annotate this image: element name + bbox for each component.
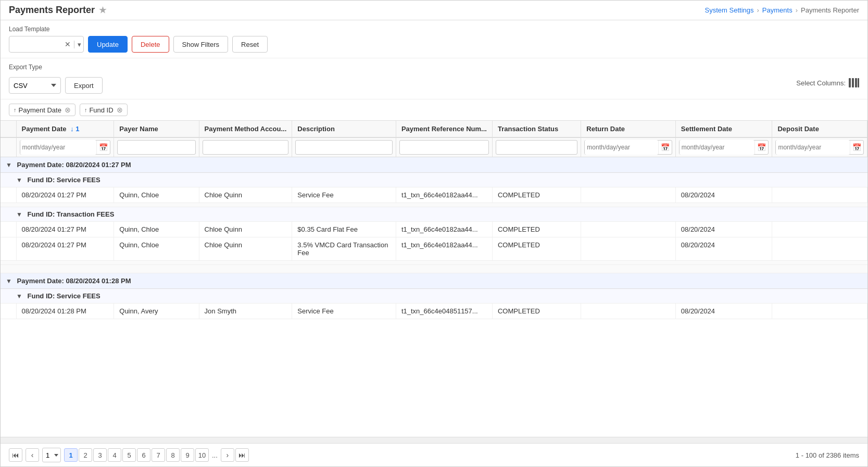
page-number-5[interactable]: 5 [122,448,136,462]
page-number-10[interactable]: 10 [195,448,209,462]
th-return-date[interactable]: Return Date [581,121,676,137]
subgroup-row-1-2[interactable]: ▼ Fund ID: Transaction FEES [1,207,867,222]
row-description-3: Service Fee [292,304,396,319]
prev-page-button[interactable]: ‹ [26,448,39,462]
payment-date-filter-input[interactable] [20,140,97,155]
data-table: Payment Date ↓ 1 Payer Name Payment Meth… [1,121,867,319]
sort-tag-remove-1[interactable]: ⊗ [117,106,123,114]
show-filters-button[interactable]: Show Filters [173,36,229,53]
next-page-button[interactable]: › [221,448,234,462]
group-row-payment-date-1[interactable]: ▼ Payment Date: 08/20/2024 01:27 PM [1,157,867,173]
settlement-date-filter-input[interactable] [680,140,755,155]
row-description-1: $0.35 Card Flat Fee [292,222,396,237]
svg-rect-0 [849,78,851,87]
th-payment-method[interactable]: Payment Method Accou... [199,121,292,137]
payment-method-filter-input[interactable] [203,140,289,155]
payment-date-cal-icon[interactable]: 📅 [96,141,110,154]
export-button[interactable]: Export [65,77,103,94]
group-collapse-icon-2[interactable]: ▼ [6,277,12,285]
table-row: 08/20/2024 01:27 PM Quinn, Chloe Chloe Q… [1,237,867,261]
page-number-8[interactable]: 8 [166,448,180,462]
top-header: Payments Reporter ★ System Settings › Pa… [1,1,867,20]
filter-deposit-date: 📅 [772,137,867,157]
template-input[interactable]: Dates [11,41,64,48]
settlement-date-filter-wrapper[interactable]: 📅 [679,140,769,155]
description-filter-input[interactable] [295,140,393,155]
th-transaction-status[interactable]: Transaction Status [492,121,581,137]
horizontal-scrollbar[interactable] [1,437,867,443]
breadcrumb-system-settings[interactable]: System Settings [705,6,754,14]
delete-button[interactable]: Delete [132,36,169,53]
select-columns-container[interactable]: Select Columns: [796,64,859,87]
subgroup-collapse-icon-2-1[interactable]: ▼ [16,293,22,300]
deposit-date-filter-input[interactable] [776,140,850,155]
page-number-9[interactable]: 9 [181,448,194,462]
return-date-filter-wrapper[interactable]: 📅 [584,140,672,155]
payer-name-filter-input[interactable] [117,140,195,155]
page-number-3[interactable]: 3 [93,448,107,462]
page-number-1[interactable]: 1 [64,448,78,462]
row-transaction-status-2: COMPLETED [492,237,581,261]
th-description[interactable]: Description [292,121,396,137]
sort-tag-fund-id[interactable]: ↑ Fund ID ⊗ [80,104,128,116]
row-payment-method-1: Chloe Quinn [199,222,292,237]
th-deposit-date[interactable]: Deposit Date [772,121,867,137]
settlement-date-cal-icon[interactable]: 📅 [754,141,768,154]
table-row: 08/20/2024 01:27 PM Quinn, Chloe Chloe Q… [1,222,867,237]
last-page-button[interactable]: ⏭ [235,448,249,462]
payment-date-filter-wrapper[interactable]: 📅 [20,140,111,155]
deposit-date-filter-wrapper[interactable]: 📅 [775,140,864,155]
th-settlement-date[interactable]: Settlement Date [675,121,772,137]
deposit-date-cal-icon[interactable]: 📅 [850,141,863,154]
transaction-status-filter-input[interactable] [496,140,577,155]
export-type-select[interactable]: CSV Excel PDF [9,77,61,94]
page-numbers: 1 2 3 4 5 6 7 8 9 10 ... › ⏭ [64,448,249,462]
row-return-date-2 [581,237,676,261]
table-row: 08/20/2024 01:28 PM Quinn, Avery Jon Smy… [1,304,867,319]
group-row-payment-date-2[interactable]: ▼ Payment Date: 08/20/2024 01:28 PM [1,273,867,289]
spacer-row-1 [1,203,867,207]
group-collapse-icon-1[interactable]: ▼ [6,161,12,169]
template-clear-button[interactable]: ✕ [64,40,72,48]
row-return-date-0 [581,187,676,203]
update-button[interactable]: Update [88,36,128,53]
payment-ref-filter-input[interactable] [399,140,489,155]
row-transaction-status-3: COMPLETED [492,304,581,319]
page-number-6[interactable]: 6 [137,448,150,462]
sort-tags-container: ↑ Payment Date ⊗ ↑ Fund ID ⊗ [1,99,867,121]
subgroup-collapse-icon-1-2[interactable]: ▼ [16,211,22,218]
row-expand-2 [1,237,16,261]
row-payment-method-2: Chloe Quinn [199,237,292,261]
spacer-row-2 [1,261,867,265]
subgroup-row-1-1[interactable]: ▼ Fund ID: Service FEES [1,173,867,187]
page-number-7[interactable]: 7 [152,448,165,462]
template-dropdown-arrow[interactable]: ▾ [74,41,81,48]
page-size-select[interactable]: 1 [42,448,61,462]
page-number-2[interactable]: 2 [79,448,92,462]
breadcrumb-payments[interactable]: Payments [762,6,792,14]
th-payer-name[interactable]: Payer Name [114,121,199,137]
return-date-cal-icon[interactable]: 📅 [658,141,672,154]
sort-tag-remove-0[interactable]: ⊗ [65,106,71,114]
subgroup-collapse-icon-1-1[interactable]: ▼ [16,176,22,184]
first-page-button[interactable]: ⏮ [9,448,22,462]
row-transaction-status-1: COMPLETED [492,222,581,237]
return-date-filter-input[interactable] [585,140,658,155]
th-payment-date[interactable]: Payment Date ↓ 1 [16,121,114,137]
reset-button[interactable]: Reset [232,36,268,53]
page-number-4[interactable]: 4 [108,448,121,462]
group-label-1: Payment Date: 08/20/2024 01:27 PM [17,161,131,169]
table-container: Payment Date ↓ 1 Payer Name Payment Meth… [1,121,867,437]
row-payment-ref-2: t1_txn_66c4e0182aa44... [396,237,492,261]
row-settlement-date-0: 08/20/2024 [675,187,772,203]
favorite-icon[interactable]: ★ [99,5,106,15]
sort-tag-payment-date[interactable]: ↑ Payment Date ⊗ [9,104,76,116]
filter-payment-ref [396,137,492,157]
subgroup-row-2-1[interactable]: ▼ Fund ID: Service FEES [1,289,867,304]
subgroup-label-2-1: Fund ID: Service FEES [28,292,100,300]
columns-icon[interactable] [849,78,859,87]
row-deposit-date-3 [772,304,867,319]
th-payment-ref[interactable]: Payment Reference Num... [396,121,492,137]
table-row: 08/20/2024 01:27 PM Quinn, Chloe Chloe Q… [1,187,867,203]
template-select-wrapper[interactable]: Dates ✕ ▾ [9,36,84,53]
